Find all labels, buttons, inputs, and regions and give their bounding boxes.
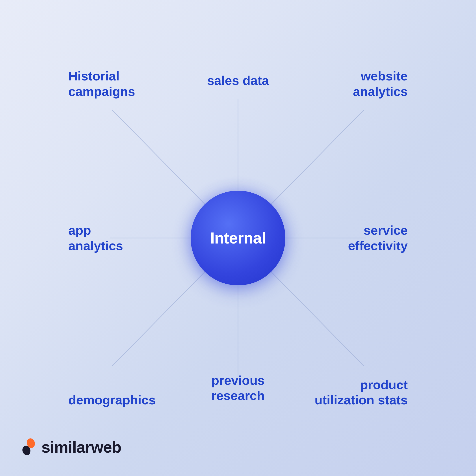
label-app-analytics: app analytics — [68, 222, 123, 253]
label-product-utilization: product utilization stats — [315, 377, 408, 408]
label-previous-research: previous research — [211, 373, 265, 403]
label-website-analytics: website analytics — [353, 68, 408, 99]
label-service-effectivity: service effectivity — [348, 222, 408, 253]
diagram-container: Internal Historial campaigns sales data … — [62, 62, 414, 414]
logo-text: similarweb — [41, 438, 121, 456]
label-demographics: demographics — [68, 392, 155, 408]
similarweb-logo-icon — [20, 438, 37, 456]
logo-container: similarweb — [20, 438, 121, 456]
label-historical-campaigns: Historial campaigns — [68, 68, 135, 99]
center-circle: Internal — [191, 191, 285, 285]
center-label: Internal — [210, 229, 266, 247]
label-sales-data: sales data — [207, 73, 269, 88]
